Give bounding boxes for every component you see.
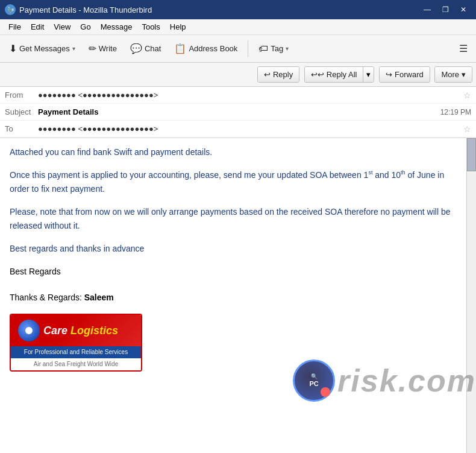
reply-group: ↩ Reply — [257, 66, 299, 83]
app-icon: 🦤 — [5, 4, 16, 15]
tag-button[interactable]: 🏷 Tag ▾ — [253, 40, 294, 57]
menu-view[interactable]: View — [49, 21, 75, 33]
email-para-2: Once this payment is applied to your acc… — [10, 168, 457, 195]
minimize-button[interactable]: — — [419, 3, 435, 16]
from-label: From — [5, 90, 38, 100]
menu-message[interactable]: Message — [96, 21, 137, 33]
forward-icon: ↪ — [386, 70, 392, 79]
content-wrapper: Attached you can find bank Swift and pay… — [0, 138, 476, 453]
menu-go[interactable]: Go — [75, 21, 95, 33]
scroll-thumb[interactable] — [467, 138, 476, 171]
from-value: ●●●●●●●● <●●●●●●●●●●●●●●●> — [38, 90, 460, 100]
email-para-6: Thanks & Regards: Saleem — [10, 291, 457, 304]
to-value: ●●●●●●●● <●●●●●●●●●●●●●●●> — [38, 124, 460, 133]
hamburger-menu-button[interactable]: ☰ — [454, 40, 472, 57]
to-label: To — [5, 124, 38, 133]
email-scroll-content: Attached you can find bank Swift and pay… — [0, 138, 466, 453]
more-button[interactable]: More ▾ — [435, 67, 472, 82]
to-star-icon[interactable]: ☆ — [463, 124, 471, 134]
address-book-icon: 📋 — [174, 43, 186, 54]
chat-icon: 💬 — [130, 43, 142, 54]
reply-all-group: ↩↩ Reply All ▾ — [304, 66, 375, 83]
email-header: From ●●●●●●●● <●●●●●●●●●●●●●●●> ☆ Subjec… — [0, 87, 476, 138]
email-para-5: Best Regards — [10, 265, 457, 278]
window-title: Payment Details - Mozilla Thunderbird — [19, 5, 152, 14]
get-messages-icon: ⬇ — [9, 43, 17, 54]
logo-top: Care Logistics — [11, 315, 141, 346]
logo-sub: Air and Sea Freight World Wide — [11, 358, 141, 370]
chat-button[interactable]: 💬 Chat — [125, 40, 166, 57]
menu-file[interactable]: File — [4, 21, 26, 33]
subject-label: Subject — [5, 107, 38, 116]
reply-all-dropdown-icon: ▾ — [366, 70, 371, 79]
menu-tools[interactable]: Tools — [137, 21, 164, 33]
main-toolbar: ⬇ Get Messages ▾ ✏ Write 💬 Chat 📋 Addres… — [0, 35, 476, 63]
tag-icon: 🏷 — [258, 43, 268, 54]
get-messages-dropdown-icon[interactable]: ▾ — [72, 45, 75, 52]
reply-icon: ↩ — [264, 70, 271, 79]
action-toolbar: ↩ Reply ↩↩ Reply All ▾ ↪ Forward More ▾ — [0, 63, 476, 87]
from-row: From ●●●●●●●● <●●●●●●●●●●●●●●●> ☆ — [0, 87, 476, 104]
write-button[interactable]: ✏ Write — [83, 40, 122, 57]
reply-button[interactable]: ↩ Reply — [258, 67, 299, 82]
forward-group: ↪ Forward — [379, 66, 430, 83]
from-star-icon[interactable]: ☆ — [463, 90, 471, 100]
menu-help[interactable]: Help — [165, 21, 191, 33]
email-para-4: Best regards and thanks in advance — [10, 242, 457, 255]
maximize-button[interactable]: ❐ — [437, 3, 453, 16]
email-time: 12:19 PM — [440, 108, 471, 116]
subject-value: Payment Details — [38, 107, 440, 116]
close-button[interactable]: ✕ — [456, 3, 471, 16]
toolbar-separator — [248, 40, 248, 57]
address-book-button[interactable]: 📋 Address Book — [169, 40, 243, 57]
more-dropdown-icon: ▾ — [462, 70, 466, 79]
more-group: More ▾ — [434, 66, 472, 83]
email-para-3: Please, note that from now on we will on… — [10, 205, 457, 232]
tag-dropdown-icon[interactable]: ▾ — [286, 45, 289, 52]
menu-edit[interactable]: Edit — [26, 21, 49, 33]
write-icon: ✏ — [89, 43, 96, 54]
get-messages-button[interactable]: ⬇ Get Messages ▾ — [4, 40, 81, 57]
logo-tagline: For Professional and Reliable Services — [11, 346, 141, 358]
reply-all-dropdown-button[interactable]: ▾ — [363, 67, 374, 82]
reply-all-icon: ↩↩ — [311, 70, 324, 79]
logo-logistics-text: Logistics — [67, 325, 118, 337]
to-row: To ●●●●●●●● <●●●●●●●●●●●●●●●> ☆ — [0, 121, 476, 138]
window-controls: — ❐ ✕ — [419, 3, 471, 16]
logo-care-text: Care — [43, 325, 67, 337]
scrollbar[interactable] — [466, 138, 476, 453]
reply-all-button[interactable]: ↩↩ Reply All — [305, 67, 363, 82]
care-logistics-logo: Care Logistics For Professional and Reli… — [10, 314, 142, 372]
email-body: Attached you can find bank Swift and pay… — [10, 145, 457, 372]
title-bar: 🦤 Payment Details - Mozilla Thunderbird … — [0, 0, 476, 19]
menu-bar: File Edit View Go Message Tools Help — [0, 19, 476, 35]
email-area: Attached you can find bank Swift and pay… — [0, 138, 476, 453]
subject-row: Subject Payment Details 12:19 PM — [0, 104, 476, 121]
email-para-1: Attached you can find bank Swift and pay… — [10, 145, 457, 159]
forward-button[interactable]: ↪ Forward — [380, 67, 430, 82]
